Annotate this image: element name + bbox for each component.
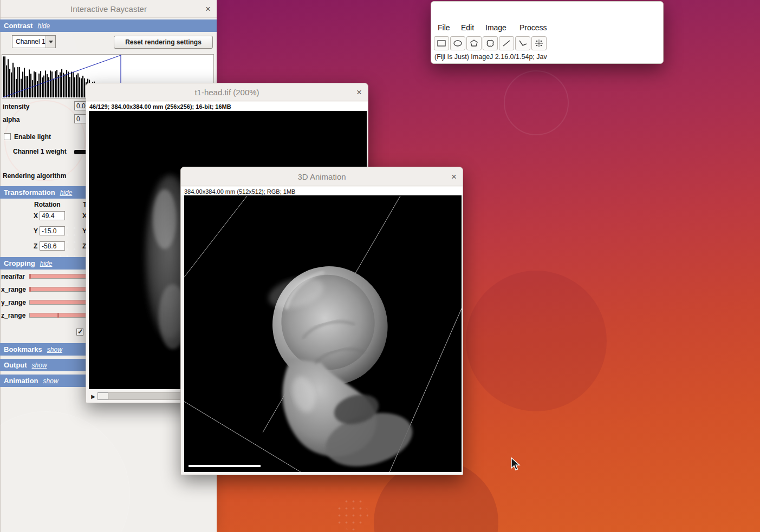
raycaster-titlebar[interactable]: Interactive Raycaster × — [1, 0, 217, 18]
alpha-label: alpha — [3, 116, 20, 123]
rotation-y-axis-label: Y — [34, 227, 38, 235]
fiji-toolbar — [431, 36, 663, 51]
animation-header-label: Animation — [4, 377, 38, 385]
contrast-header-label: Contrast — [4, 22, 33, 30]
rendered-head — [251, 253, 423, 472]
intensity-label: intensity — [3, 103, 29, 110]
channel-select[interactable]: Channel 1 — [12, 35, 56, 48]
animation-window-title: 3D Animation — [297, 172, 346, 181]
fiji-menubar: File Edit Image Process — [431, 20, 663, 35]
zrange-label: z_range — [1, 312, 25, 319]
cropping-header-label: Cropping — [4, 259, 35, 267]
xrange-label: x_range — [1, 286, 26, 293]
close-icon[interactable]: × — [356, 88, 362, 97]
animation-info-line: 384.00x384.00 mm (512x512); RGB; 1MB — [181, 187, 463, 195]
raycaster-title: Interactive Raycaster — [70, 4, 147, 14]
rendering-algorithm-label: Rendering algorithm — [3, 172, 66, 180]
line-tool-icon[interactable] — [499, 36, 514, 50]
play-icon[interactable]: ▶ — [89, 392, 98, 400]
animation-titlebar[interactable]: 3D Animation × — [181, 167, 463, 186]
t1-info-line: 46/129; 384.00x384.00 mm (256x256); 16-b… — [86, 102, 368, 111]
point-tool-icon[interactable] — [531, 36, 547, 50]
enable-light-checkbox[interactable] — [4, 133, 11, 140]
scale-bar — [189, 465, 261, 467]
decor-dots — [336, 498, 368, 530]
transformation-hide-link[interactable]: hide — [60, 189, 73, 196]
reset-rendering-settings-button[interactable]: Reset rendering settings — [114, 36, 213, 49]
yrange-label: y_range — [1, 299, 26, 306]
transformation-header-label: Transformation — [4, 188, 55, 196]
menu-edit[interactable]: Edit — [461, 23, 474, 32]
rotation-z-axis-label: Z — [34, 242, 37, 250]
output-show-link[interactable]: show — [32, 362, 47, 369]
rotation-z-field[interactable] — [40, 241, 65, 251]
channel-weight-label: Channel 1 weight — [13, 148, 67, 155]
enable-light-label: Enable light — [14, 133, 51, 141]
decor-circle — [466, 271, 607, 411]
rectangle-tool-icon[interactable] — [434, 36, 449, 50]
rotation-x-field[interactable] — [40, 211, 65, 220]
rotation-x-axis-label: X — [34, 212, 38, 220]
animation-show-link[interactable]: show — [43, 377, 59, 385]
menu-image[interactable]: Image — [485, 23, 506, 32]
volume-render-canvas[interactable] — [184, 195, 462, 472]
rotation-y-field[interactable] — [40, 226, 65, 235]
scrollbar-thumb[interactable] — [98, 392, 108, 400]
angle-tool-icon[interactable] — [515, 36, 530, 50]
animation-window: 3D Animation × 384.00x384.00 mm (512x512… — [180, 167, 463, 475]
fiji-status-text: (Fiji Is Just) ImageJ 2.16.0/1.54p; Jav — [434, 53, 547, 61]
cropping-hide-link[interactable]: hide — [40, 260, 53, 267]
menu-process[interactable]: Process — [519, 23, 547, 32]
nearfar-label: near/far — [1, 273, 25, 280]
menu-file[interactable]: File — [438, 23, 450, 32]
rotation-column-header: Rotation — [34, 201, 61, 208]
close-icon[interactable]: × — [205, 4, 211, 14]
polygon-tool-icon[interactable] — [466, 36, 482, 50]
mouse-cursor — [511, 457, 522, 475]
bookmarks-show-link[interactable]: show — [47, 346, 62, 353]
channel-select-value: Channel 1 — [12, 36, 46, 48]
bookmarks-header-label: Bookmarks — [4, 345, 42, 353]
freehand-tool-icon[interactable] — [483, 36, 498, 50]
oval-tool-icon[interactable] — [450, 36, 465, 50]
contrast-hide-link[interactable]: hide — [37, 22, 50, 30]
t1-titlebar[interactable]: t1-head.tif (200%) × — [86, 83, 368, 101]
apply-all-channels-checkbox[interactable] — [76, 329, 83, 336]
t1-window-title: t1-head.tif (200%) — [194, 88, 259, 97]
decor-circle — [504, 70, 569, 135]
chevron-down-icon[interactable] — [46, 36, 55, 48]
close-icon[interactable]: × — [451, 172, 457, 181]
fiji-main-window: File Edit Image Process (Fiji Is Just) I… — [431, 1, 664, 64]
contrast-section-header: Contrast hide — [0, 19, 217, 32]
output-header-label: Output — [4, 361, 27, 369]
